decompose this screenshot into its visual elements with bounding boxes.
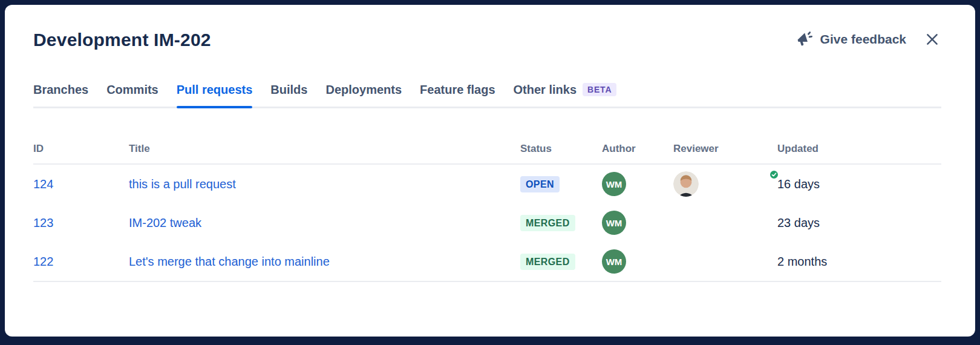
column-header-reviewer: Reviewer [673, 142, 777, 155]
header-actions: Give feedback [796, 30, 941, 48]
status-badge: OPEN [520, 176, 560, 192]
reviewer-avatar[interactable] [673, 171, 777, 197]
status-badge: MERGED [520, 215, 575, 231]
pr-id-link[interactable]: 122 [33, 255, 129, 269]
megaphone-icon [796, 31, 813, 48]
updated-value: 2 months [777, 255, 941, 269]
reviewer-photo-image [673, 171, 699, 197]
tab-commits[interactable]: Commits [106, 81, 158, 107]
author-avatar[interactable]: WM [602, 249, 626, 274]
give-feedback-label: Give feedback [820, 32, 906, 47]
tab-label: Builds [270, 81, 307, 98]
beta-badge: BETA [583, 83, 616, 96]
pr-id-link[interactable]: 124 [33, 177, 129, 191]
pr-title-link[interactable]: Let's merge that change into mainline [129, 255, 520, 269]
author-avatar[interactable]: WM [602, 172, 626, 196]
tab-label: Feature flags [420, 81, 495, 98]
approved-check-icon [769, 169, 779, 180]
tab-branches[interactable]: Branches [33, 81, 88, 107]
dialog-header: Development IM-202 Give feed [33, 29, 941, 51]
author-avatar[interactable]: WM [602, 211, 626, 235]
column-header-status: Status [520, 142, 602, 155]
development-dialog: Development IM-202 Give feed [5, 5, 975, 337]
table-header-row: ID Title Status Author Reviewer Updated [33, 142, 941, 165]
updated-value: 23 days [777, 216, 941, 230]
dev-panel-tabs: Branches Commits Pull requests Builds De… [33, 81, 941, 108]
close-icon [924, 31, 940, 47]
column-header-author: Author [602, 142, 673, 155]
column-header-title: Title [129, 142, 520, 155]
table-row: 123 IM-202 tweak MERGED WM 23 days [33, 203, 941, 242]
pr-id-link[interactable]: 123 [33, 216, 129, 230]
tab-deployments[interactable]: Deployments [325, 81, 402, 107]
column-header-id: ID [33, 142, 129, 155]
table-row: 124 this is a pull request OPEN WM [33, 165, 941, 203]
pull-requests-table: ID Title Status Author Reviewer Updated … [33, 142, 941, 282]
status-badge: MERGED [520, 254, 575, 270]
updated-value: 16 days [777, 177, 941, 191]
pr-title-link[interactable]: this is a pull request [129, 177, 520, 191]
column-header-updated: Updated [777, 142, 941, 155]
tab-label: Branches [33, 81, 88, 98]
give-feedback-button[interactable]: Give feedback [796, 31, 906, 48]
tab-feature-flags[interactable]: Feature flags [420, 81, 495, 107]
pr-title-link[interactable]: IM-202 tweak [129, 216, 520, 230]
table-row: 122 Let's merge that change into mainlin… [33, 242, 941, 281]
tab-other-links[interactable]: Other links BETA [514, 81, 617, 107]
tab-label: Deployments [325, 81, 402, 98]
close-button[interactable] [923, 30, 941, 48]
tab-builds[interactable]: Builds [270, 81, 307, 107]
tab-label: Pull requests [177, 81, 253, 98]
tab-pull-requests[interactable]: Pull requests [177, 81, 253, 107]
table-body: 124 this is a pull request OPEN WM [33, 165, 941, 282]
tab-label: Other links [514, 81, 577, 98]
page-title: Development IM-202 [33, 29, 211, 51]
tab-label: Commits [106, 81, 158, 98]
